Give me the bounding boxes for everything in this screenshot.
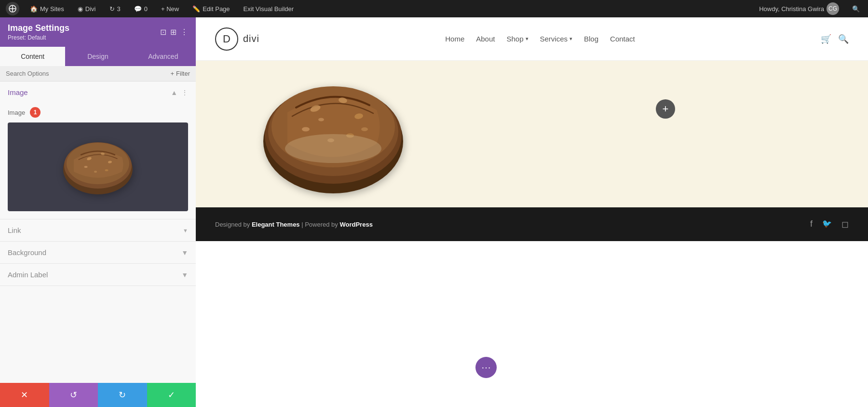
search-input[interactable] (6, 70, 167, 77)
dots-icon: ⋯ (481, 362, 491, 373)
admin-bar: 🏠 My Sites ◉ Divi ↻ 3 💬 0 + New ✏️ Edit … (0, 0, 868, 17)
nav-contact[interactable]: Contact (610, 35, 635, 43)
my-sites-icon: 🏠 (30, 5, 38, 13)
site-navigation: D divi Home About Shop ▾ Services ▾ Blog… (196, 17, 868, 61)
comments-count: 0 (144, 5, 148, 13)
footer-elegant-themes: Elegant Themes (252, 221, 300, 228)
site-logo: D divi (215, 27, 259, 51)
image-section-controls: ▲ ⋮ (171, 89, 188, 96)
user-avatar: CG (827, 2, 839, 15)
page-bread-image (254, 61, 418, 207)
collapse-icon[interactable]: ▲ (171, 89, 177, 96)
nav-about[interactable]: About (476, 35, 495, 43)
panel-header: Image Settings Preset: Default ⊡ ⊞ ⋮ (0, 17, 196, 47)
section-more-icon[interactable]: ⋮ (181, 89, 188, 96)
image-field-label: Image (8, 109, 25, 116)
divi-menu[interactable]: ◉ Divi (75, 3, 99, 14)
cancel-icon: ✕ (21, 390, 28, 400)
add-icon: + (663, 103, 669, 115)
panel-title: Image Settings (8, 23, 69, 33)
my-sites-label: My Sites (40, 5, 64, 13)
save-button[interactable]: ✓ (147, 383, 196, 407)
admin-label-section-header[interactable]: Admin Label ▼ (0, 264, 196, 285)
nav-services[interactable]: Services ▾ (540, 35, 573, 43)
svg-point-8 (94, 171, 97, 173)
tab-design[interactable]: Design (65, 47, 130, 66)
image-badge: 1 (30, 107, 41, 118)
settings-panel: Image Settings Preset: Default ⊡ ⊞ ⋮ Con… (0, 17, 196, 407)
image-section-title: Image (8, 88, 28, 96)
exit-builder-label: Exit Visual Builder (244, 5, 294, 13)
services-chevron-icon: ▾ (570, 36, 572, 42)
redo-icon: ↻ (119, 390, 126, 400)
svg-point-20 (318, 118, 324, 122)
refresh-icon: ↻ (109, 5, 115, 13)
facebook-icon[interactable]: f (810, 219, 813, 230)
new-button[interactable]: + New (158, 3, 182, 14)
filter-label: Filter (176, 70, 190, 77)
image-section: Image ▲ ⋮ Image 1 (0, 81, 196, 219)
tab-content[interactable]: Content (0, 47, 65, 66)
refresh-button[interactable]: ↻ 3 (107, 3, 123, 14)
search-icon[interactable]: 🔍 (838, 34, 849, 44)
edit-page-label: Edit Page (203, 5, 230, 13)
edit-page-button[interactable]: ✏️ Edit Page (190, 3, 232, 14)
background-expand-icon[interactable]: ▼ (181, 249, 188, 257)
plus-icon: + (171, 70, 175, 77)
purple-dots-button[interactable]: ⋯ (475, 357, 497, 378)
main-area: Image Settings Preset: Default ⊡ ⊞ ⋮ Con… (0, 17, 868, 407)
panel-body: Image ▲ ⋮ Image 1 (0, 81, 196, 383)
svg-point-9 (105, 169, 108, 171)
admin-label-section-title: Admin Label (8, 271, 48, 279)
website-preview: D divi Home About Shop ▾ Services ▾ Blog… (196, 17, 868, 407)
exit-builder-button[interactable]: Exit Visual Builder (241, 3, 297, 14)
site-footer: Designed by Elegant Themes | Powered by … (196, 207, 868, 241)
undo-button[interactable]: ↺ (49, 383, 98, 407)
image-section-header[interactable]: Image ▲ ⋮ (0, 81, 196, 103)
admin-label-section: Admin Label ▼ (0, 264, 196, 286)
footer-middle-text: | Powered by (300, 221, 340, 228)
panel-title-area: Image Settings Preset: Default (8, 23, 69, 41)
cart-icon[interactable]: 🛒 (821, 34, 831, 44)
filter-button[interactable]: + Filter (171, 70, 190, 77)
more-options-icon[interactable]: ⋮ (180, 27, 188, 37)
nav-blog[interactable]: Blog (584, 35, 598, 43)
new-label: + New (161, 5, 179, 13)
link-section-title: Link (8, 226, 21, 234)
preset-dropdown[interactable]: Preset: Default (8, 34, 69, 41)
logo-text: divi (243, 33, 259, 44)
page-bread-svg (254, 61, 418, 207)
redo-button[interactable]: ↻ (98, 383, 147, 407)
page-content-area: + (196, 61, 868, 207)
my-sites-menu[interactable]: 🏠 My Sites (27, 3, 67, 14)
cancel-button[interactable]: ✕ (0, 383, 49, 407)
undo-icon: ↺ (70, 390, 77, 400)
divi-label: Divi (85, 5, 96, 13)
instagram-icon[interactable]: ◻ (841, 219, 849, 230)
background-section: Background ▼ (0, 242, 196, 264)
pencil-icon: ✏️ (192, 5, 200, 13)
footer-before-text: Designed by (215, 221, 252, 228)
comments-button[interactable]: 💬 0 (131, 3, 150, 14)
shop-chevron-icon: ▾ (526, 36, 529, 42)
background-section-header[interactable]: Background ▼ (0, 242, 196, 263)
nav-shop[interactable]: Shop ▾ (506, 35, 528, 43)
fullscreen-icon[interactable]: ⊡ (160, 27, 166, 37)
twitter-icon[interactable]: 🐦 (822, 219, 832, 230)
admin-search-button[interactable]: 🔍 (850, 2, 862, 15)
user-menu[interactable]: Howdy, Christina Gwira CG (756, 0, 842, 17)
link-section-header[interactable]: Link ▼ (0, 219, 196, 241)
bread-preview-image (54, 131, 141, 203)
add-content-button[interactable]: + (656, 99, 675, 119)
save-icon: ✓ (168, 390, 175, 400)
admin-label-expand-icon[interactable]: ▼ (181, 271, 188, 279)
columns-icon[interactable]: ⊞ (170, 27, 176, 37)
refresh-count: 3 (117, 5, 121, 13)
panel-header-icons: ⊡ ⊞ ⋮ (160, 27, 188, 37)
panel-tabs: Content Design Advanced (0, 47, 196, 66)
tab-advanced[interactable]: Advanced (131, 47, 196, 66)
image-preview-box[interactable] (8, 122, 188, 211)
nav-home[interactable]: Home (445, 35, 464, 43)
link-expand-icon[interactable]: ▼ (183, 228, 188, 233)
wp-logo-icon[interactable] (6, 2, 19, 15)
